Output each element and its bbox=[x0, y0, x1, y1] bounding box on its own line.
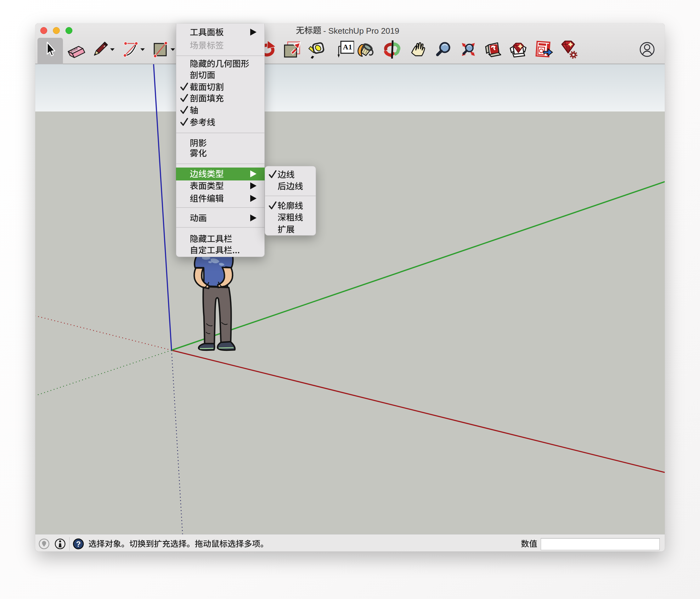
svg-text:?: ? bbox=[76, 540, 81, 548]
svg-text:A1: A1 bbox=[343, 43, 352, 51]
